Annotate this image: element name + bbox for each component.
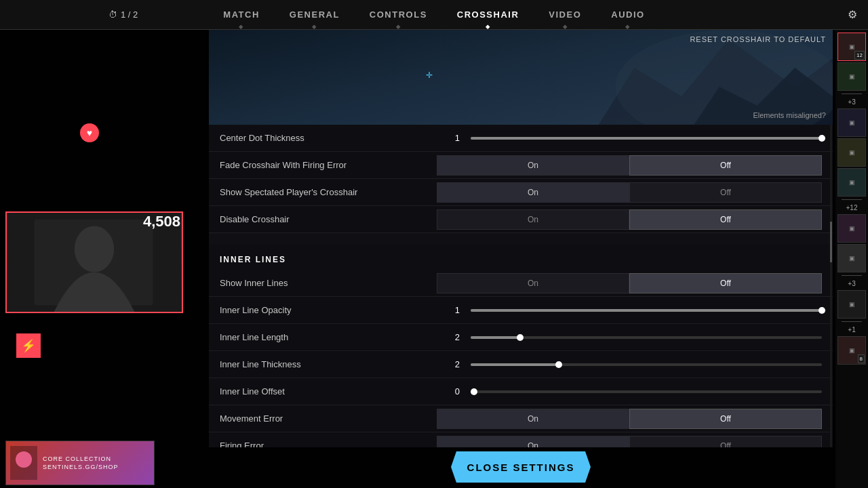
setting-row-inner-line-opacity: Inner Line Opacity 1 xyxy=(209,297,833,324)
right-sidebar: ▣ 12 ▣ +3 ▣ ▣ ▣ +12 ▣ ▣ +3 ▣ +1 ▣ 8 xyxy=(835,30,868,488)
tab-crosshair[interactable]: CROSSHAIR xyxy=(442,0,534,30)
setting-row-firing-error: Firing Error On Off xyxy=(209,432,833,447)
webcam-area: 4,508 ♥ xyxy=(0,30,190,328)
settings-icon[interactable]: ⚙ xyxy=(848,8,857,21)
sidebar-player-2[interactable]: ▣ xyxy=(837,62,866,91)
sidebar-player-7[interactable]: ▣ xyxy=(837,244,866,272)
toggle-fade-crosshair-on[interactable]: On xyxy=(437,155,629,176)
scroll-thumb[interactable] xyxy=(830,222,832,262)
slider-center-dot-thickness[interactable] xyxy=(471,137,822,140)
setting-row-inner-line-offset: Inner Line Offset 0 xyxy=(209,378,833,405)
crosshair-cursor: ✛ xyxy=(426,70,433,80)
sidebar-player-8[interactable]: ▣ xyxy=(837,290,866,319)
toggle-firing-error: On Off xyxy=(437,436,822,448)
ad-line2: SENTINELS.GG/SHOP xyxy=(43,464,119,470)
label-firing-error: Firing Error xyxy=(220,441,437,447)
slider-inner-line-opacity[interactable] xyxy=(471,309,822,312)
ad-line1: CORE COLLECTION xyxy=(43,455,119,462)
tab-video[interactable]: VIDEO xyxy=(534,0,596,30)
svg-point-4 xyxy=(16,451,32,468)
label-inner-line-thickness: Inner Line Thickness xyxy=(220,359,437,369)
toggle-firing-error-on[interactable]: On xyxy=(437,436,629,448)
toggle-fade-crosshair-off[interactable]: Off xyxy=(629,155,822,176)
value-inner-line-offset: 0 xyxy=(437,386,471,396)
ad-banner[interactable]: CORE COLLECTION SENTINELS.GG/SHOP xyxy=(5,441,155,485)
label-spectated-crosshair: Show Spectated Player's Crosshair xyxy=(220,187,437,197)
label-inner-line-opacity: Inner Line Opacity xyxy=(220,305,437,315)
section-inner-lines-header: INNER LINES xyxy=(209,244,833,270)
toggle-spectated-crosshair-on[interactable]: On xyxy=(437,182,629,203)
setting-row-fade-crosshair: Fade Crosshair With Firing Error On Off xyxy=(209,152,833,179)
toggle-movement-error-off[interactable]: Off xyxy=(629,409,822,429)
close-settings-button[interactable]: CLOSE SETTINGS xyxy=(451,451,591,483)
lightning-button[interactable]: ⚡ xyxy=(16,333,41,358)
label-inner-line-offset: Inner Line Offset xyxy=(220,386,437,396)
toggle-spectated-crosshair-off[interactable]: Off xyxy=(629,182,822,203)
tab-general[interactable]: GENERAL xyxy=(275,0,355,30)
sidebar-player-4[interactable]: ▣ xyxy=(837,138,866,167)
ad-image-icon xyxy=(10,446,37,480)
toggle-movement-error: On Off xyxy=(437,409,822,429)
slider-inner-line-offset[interactable] xyxy=(471,390,822,393)
tab-controls[interactable]: CONTROLS xyxy=(355,0,442,30)
sidebar-player-9[interactable]: ▣ 8 xyxy=(837,336,866,365)
toggle-show-inner-lines: On Off xyxy=(437,273,822,293)
setting-row-center-dot-thickness: Center Dot Thickness 1 xyxy=(209,125,833,152)
sidebar-player-3[interactable]: ▣ xyxy=(837,108,866,137)
setting-row-spectated-crosshair: Show Spectated Player's Crosshair On Off xyxy=(209,179,833,206)
sidebar-player-1[interactable]: ▣ 12 xyxy=(837,33,866,61)
toggle-firing-error-off[interactable]: Off xyxy=(629,436,822,448)
toggle-show-inner-lines-on[interactable]: On xyxy=(437,273,629,293)
top-navigation: ⏱ 1 / 2 MATCH GENERAL CONTROLS CROSSHAIR… xyxy=(0,0,868,30)
value-inner-line-length: 2 xyxy=(437,332,471,342)
toggle-show-inner-lines-off[interactable]: Off xyxy=(629,273,822,293)
tab-match[interactable]: MATCH xyxy=(208,0,274,30)
sidebar-divider-2 xyxy=(842,199,862,200)
label-movement-error: Movement Error xyxy=(220,413,437,424)
reset-crosshair-button[interactable]: RESET CROSSHAIR TO DEFAULT xyxy=(690,35,826,43)
label-inner-line-length: Inner Line Length xyxy=(220,332,437,342)
label-show-inner-lines: Show Inner Lines xyxy=(220,278,437,288)
toggle-disable-crosshair: On Off xyxy=(437,209,822,230)
svg-point-2 xyxy=(75,226,114,272)
value-inner-line-opacity: 1 xyxy=(437,305,471,315)
elements-misaligned-link[interactable]: Elements misaligned? xyxy=(753,111,826,119)
tab-audio[interactable]: AUDIO xyxy=(596,0,659,30)
sidebar-divider-3 xyxy=(842,275,862,276)
setting-row-show-inner-lines: Show Inner Lines On Off xyxy=(209,270,833,297)
toggle-disable-crosshair-off[interactable]: Off xyxy=(629,209,822,230)
toggle-fade-crosshair: On Off xyxy=(437,155,822,176)
sidebar-divider-4 xyxy=(842,321,862,322)
toggle-movement-error-on[interactable]: On xyxy=(437,409,629,429)
section-spacer xyxy=(209,233,833,244)
timer-icon: ⏱ xyxy=(108,9,117,20)
setting-row-disable-crosshair: Disable Crosshair On Off xyxy=(209,206,833,233)
value-center-dot-thickness: 1 xyxy=(437,133,471,143)
scroll-indicator xyxy=(830,125,832,447)
sidebar-player-5[interactable]: ▣ xyxy=(837,168,866,197)
crosshair-preview: ✛ RESET CROSSHAIR TO DEFAULT Elements mi… xyxy=(209,30,833,125)
label-fade-crosshair: Fade Crosshair With Firing Error xyxy=(220,160,437,170)
webcam-score: 4,508 xyxy=(143,213,180,230)
slider-inner-line-length[interactable] xyxy=(471,336,822,339)
settings-list: Center Dot Thickness 1 Fade Crosshair Wi… xyxy=(209,125,833,447)
sidebar-divider-1 xyxy=(842,94,862,94)
toggle-disable-crosshair-on[interactable]: On xyxy=(437,209,629,230)
settings-panel: ✛ RESET CROSSHAIR TO DEFAULT Elements mi… xyxy=(209,30,833,488)
toggle-spectated-crosshair: On Off xyxy=(437,182,822,203)
nav-timer: ⏱ 1 / 2 xyxy=(108,9,138,20)
setting-row-inner-line-length: Inner Line Length 2 xyxy=(209,324,833,351)
preview-background xyxy=(209,30,833,125)
sidebar-player-6[interactable]: ▣ xyxy=(837,214,866,243)
setting-row-movement-error: Movement Error On Off xyxy=(209,405,833,432)
label-center-dot-thickness: Center Dot Thickness xyxy=(220,133,437,143)
setting-row-inner-line-thickness: Inner Line Thickness 2 xyxy=(209,351,833,378)
nav-tabs: MATCH GENERAL CONTROLS CROSSHAIR VIDEO A… xyxy=(208,0,659,30)
slider-inner-line-thickness[interactable] xyxy=(471,363,822,366)
label-disable-crosshair: Disable Crosshair xyxy=(220,214,437,224)
section-inner-lines-title: INNER LINES xyxy=(220,255,286,264)
value-inner-line-thickness: 2 xyxy=(437,359,471,369)
heart-icon: ♥ xyxy=(80,123,99,142)
